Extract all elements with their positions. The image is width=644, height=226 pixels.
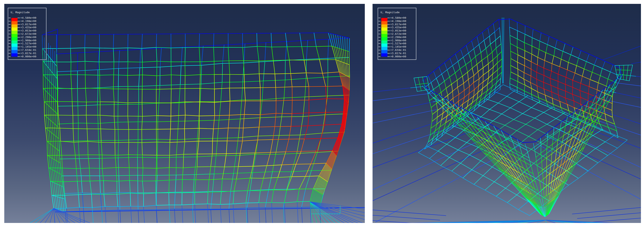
mesh-line: [157, 175, 176, 176]
mesh-line: [233, 203, 246, 204]
mesh-line: [591, 110, 598, 123]
legend-value: +4.198e+00: [390, 20, 406, 22]
mesh-line: [552, 56, 554, 64]
mesh-line: [46, 128, 60, 128]
legend-tick: [18, 18, 20, 18]
mesh-line: [170, 129, 185, 129]
mesh-line: [504, 18, 504, 83]
mesh-line: [624, 65, 628, 65]
mesh-line: [510, 35, 510, 43]
mesh-line: [336, 47, 339, 61]
mesh-line: [524, 42, 525, 51]
mesh-line: [602, 61, 605, 68]
mesh-line: [605, 114, 606, 121]
mesh-line: [244, 101, 245, 114]
mesh-line: [552, 92, 552, 98]
mesh-line: [474, 134, 480, 137]
mesh-line: [510, 43, 511, 51]
mesh-line: [501, 44, 502, 52]
mesh-line: [436, 103, 438, 110]
mesh-line: [260, 113, 276, 115]
mesh-line: [77, 181, 90, 181]
mesh-line: [434, 85, 439, 90]
mesh-line: [138, 157, 157, 158]
mesh-line: [119, 176, 120, 193]
legend-tick: [388, 53, 390, 53]
mesh-line: [575, 73, 582, 76]
legend-swatch: [381, 24, 388, 28]
mesh-line: [171, 34, 185, 34]
mesh-line: [543, 149, 552, 156]
mesh-line: [488, 56, 488, 64]
mesh-line: [446, 88, 448, 95]
mesh-line: [60, 159, 79, 159]
mesh-line: [58, 75, 71, 75]
mesh-line: [418, 146, 427, 153]
soil-fan: [381, 220, 629, 223]
mesh-line: [73, 115, 86, 115]
mesh-line: [510, 35, 517, 39]
mesh-line: [34, 208, 54, 223]
mesh-line: [196, 156, 216, 157]
mesh-line: [120, 210, 121, 223]
mesh-line: [43, 88, 58, 88]
mesh-line: [208, 192, 208, 204]
mesh-line: [57, 137, 58, 150]
mesh-line: [259, 74, 275, 74]
mesh-line: [306, 171, 312, 189]
mesh-line: [259, 61, 259, 74]
mesh-line: [479, 75, 483, 79]
mesh-line: [180, 84, 201, 85]
mesh-line: [486, 48, 488, 56]
mesh-line: [511, 51, 518, 55]
mesh-line: [275, 126, 291, 127]
mesh-line: [247, 208, 248, 223]
mesh-line: [565, 91, 566, 98]
mesh-line: [573, 87, 580, 90]
mesh-line: [211, 191, 212, 209]
legend-swatch: [381, 18, 388, 21]
mesh-line: [573, 73, 575, 80]
mesh-line: [72, 88, 86, 89]
mesh-line: [197, 167, 211, 167]
mesh-line: [510, 72, 511, 78]
legend-value: +3.053e+00: [390, 29, 406, 32]
mesh-line: [118, 157, 138, 158]
mesh-line: [113, 89, 114, 102]
mesh-line: [332, 46, 336, 60]
viewport-iso-view[interactable]: U, Magnitude +4.580e+00+4.198e+00+3.817e…: [372, 4, 641, 223]
mesh-line: [525, 26, 525, 34]
mesh-line: [468, 79, 470, 87]
mesh-line: [540, 33, 541, 41]
viewport-side-view[interactable]: U, Magnitude +4.580e+00+4.198e+00+3.817e…: [4, 4, 365, 223]
mesh-line: [156, 155, 157, 168]
mesh-line: [416, 85, 417, 91]
mesh-line: [258, 139, 273, 140]
legend-value: +1.145e+00: [390, 45, 406, 48]
mesh-line: [52, 170, 54, 183]
mesh-line: [524, 51, 525, 58]
mesh-line: [493, 60, 494, 67]
mesh-line: [292, 113, 309, 114]
mesh-line: [524, 85, 525, 91]
mesh-line: [234, 173, 253, 174]
mesh-line: [326, 86, 343, 86]
mesh-line: [494, 32, 496, 40]
mesh-line: [259, 203, 272, 203]
mesh-line: [462, 76, 464, 83]
mesh-line: [185, 88, 200, 89]
mesh-line: [230, 74, 230, 88]
mesh-line: [462, 72, 468, 76]
mesh-line: [236, 167, 238, 179]
mesh-line: [524, 91, 525, 96]
mesh-line: [64, 181, 78, 182]
mesh-line: [531, 69, 536, 72]
mesh-line: [524, 91, 532, 94]
mesh-line: [558, 95, 565, 98]
mesh-line: [452, 163, 460, 171]
mesh-line: [492, 52, 493, 60]
mesh-line: [540, 103, 548, 107]
mesh-line: [197, 121, 199, 139]
back-wall-grid: [57, 38, 350, 212]
mesh-line: [567, 104, 569, 111]
